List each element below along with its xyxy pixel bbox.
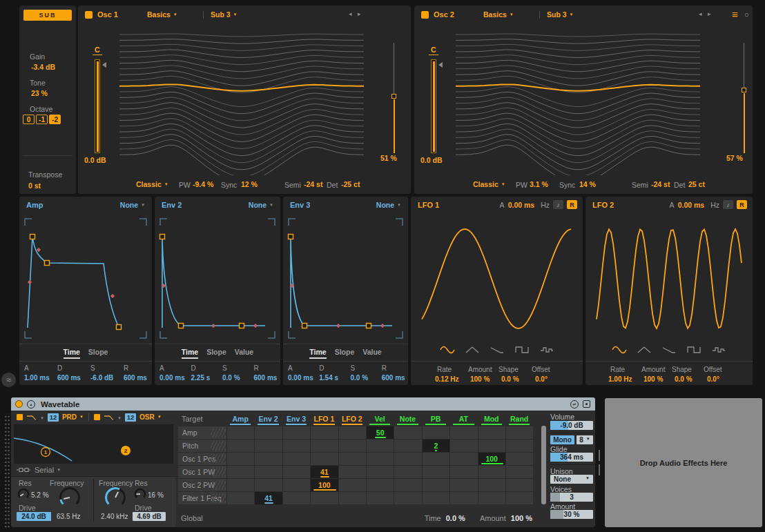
matrix-cell[interactable] — [506, 479, 534, 492]
env3-display[interactable] — [283, 213, 408, 344]
osc1-pw-value[interactable]: -9.4 % — [193, 180, 213, 188]
lfo1-amount-value[interactable]: 100 % — [470, 375, 490, 383]
matrix-cell[interactable] — [506, 466, 534, 479]
sub-toggle-button[interactable]: SUB — [23, 10, 72, 21]
amp-r-value[interactable]: 600 ms — [124, 374, 152, 382]
wavetable-circle-view-icon[interactable]: ○ — [744, 10, 749, 19]
matrix-cell[interactable] — [311, 492, 338, 505]
matrix-cell[interactable] — [339, 466, 367, 479]
osc2-prev-table-arrow[interactable]: ◂ — [699, 10, 702, 17]
filter-response-display[interactable]: 1 2 — [14, 424, 173, 464]
env3-a-value[interactable]: 0.00 ms — [288, 374, 314, 382]
filter1-res-knob[interactable] — [17, 487, 30, 501]
osc1-position-slider[interactable] — [391, 43, 397, 151]
env2-display[interactable] — [155, 213, 280, 344]
filter2-slope-toggle[interactable]: 12 — [125, 413, 136, 422]
amp-d-value[interactable]: 600 ms — [57, 374, 86, 382]
osc2-det-value[interactable]: 25 ct — [688, 180, 705, 188]
matrix-cell[interactable] — [255, 466, 282, 479]
filter2-circuit-dropdown[interactable]: OSR — [139, 413, 162, 421]
lfo2-amount-value[interactable]: 100 % — [643, 375, 663, 383]
filter2-res-value[interactable]: 16 % — [148, 491, 164, 499]
matrix-cell[interactable] — [367, 466, 394, 479]
osc2-category-dropdown[interactable]: Basics — [483, 10, 514, 19]
wavetable-stack-view-icon[interactable]: ≡ — [732, 8, 738, 20]
osc1-category-dropdown[interactable]: Basics — [147, 10, 177, 19]
env3-r-value[interactable]: 600 ms — [382, 374, 408, 382]
filter1-res-value[interactable]: 5.2 % — [31, 491, 49, 499]
osc2-semi-value[interactable]: -24 st — [651, 180, 670, 188]
matrix-cell[interactable] — [450, 479, 478, 492]
lfo-shape-sine-icon[interactable] — [438, 345, 456, 355]
osc1-wavetable-dropdown[interactable]: Sub 3 — [211, 10, 238, 19]
tab-value[interactable]: Value — [235, 348, 253, 356]
osc1-position-value[interactable]: 51 % — [380, 154, 397, 162]
gain-value[interactable]: -3.4 dB — [31, 63, 55, 71]
filter1-type-dropdown[interactable] — [26, 411, 44, 424]
osc2-gain-fader[interactable] — [431, 59, 436, 153]
matrix-cell[interactable] — [506, 426, 534, 440]
osc1-wavetable-display[interactable] — [119, 25, 364, 175]
unison-mode-dropdown[interactable]: None — [550, 475, 593, 484]
lfo-shape-saw-icon[interactable] — [488, 345, 506, 355]
matrix-cell[interactable] — [311, 440, 338, 453]
matrix-cell[interactable] — [283, 426, 311, 440]
lfo-shape-random-icon[interactable] — [710, 345, 728, 355]
matrix-cell[interactable] — [367, 492, 394, 505]
matrix-cell[interactable]: 2 — [423, 440, 450, 453]
env2-s-value[interactable]: 0.0 % — [222, 374, 249, 382]
filter1-freq-knob[interactable] — [58, 486, 81, 509]
audio-effects-drop-zone[interactable]: Drop Audio Effects Here — [605, 398, 762, 527]
chain-resize-handle[interactable] — [599, 450, 601, 476]
device-drag-strip[interactable] — [3, 413, 10, 528]
save-preset-icon[interactable] — [583, 400, 590, 408]
env3-mod-dropdown[interactable]: None — [376, 201, 401, 209]
osc2-wavetable-display[interactable] — [456, 25, 700, 175]
matrix-cell[interactable] — [283, 440, 311, 453]
osc1-gain-value[interactable]: 0.0 dB — [84, 156, 106, 164]
matrix-cell[interactable] — [339, 440, 367, 453]
filter1-slope-toggle[interactable]: 12 — [48, 413, 59, 422]
matrix-cell[interactable] — [311, 453, 338, 466]
matrix-cell[interactable] — [367, 440, 394, 453]
matrix-cell[interactable] — [227, 492, 255, 505]
lfo-shape-saw-icon[interactable] — [660, 345, 678, 355]
lfo-shape-random-icon[interactable] — [538, 345, 556, 355]
matrix-cell[interactable] — [283, 492, 311, 505]
osc2-position-slider[interactable] — [741, 43, 747, 151]
osc1-semi-value[interactable]: -24 st — [304, 180, 322, 188]
matrix-cell[interactable] — [339, 453, 367, 466]
filter-routing-selector[interactable]: Serial — [17, 466, 61, 474]
matrix-cell[interactable] — [423, 492, 450, 505]
osc1-det-value[interactable]: -25 ct — [341, 180, 360, 188]
voices-value-box[interactable]: 3 — [550, 493, 593, 502]
matrix-scrollbar[interactable] — [541, 426, 546, 504]
mono-toggle-button[interactable]: Mono — [550, 435, 574, 444]
glide-value-box[interactable]: 364 ms — [550, 453, 593, 462]
lfo2-hz-toggle[interactable]: Hz — [710, 201, 719, 209]
env2-d-value[interactable]: 2.25 s — [191, 374, 218, 382]
mono-voice-count-dropdown[interactable]: 8 — [577, 435, 593, 444]
filter2-enable-led[interactable] — [94, 414, 100, 420]
matrix-cell[interactable] — [450, 492, 478, 505]
lfo1-attack-value[interactable]: 0.00 ms — [508, 201, 535, 209]
lfo2-retrigger-button[interactable]: R — [737, 200, 747, 209]
device-fold-button[interactable]: ▲ — [27, 400, 35, 408]
matrix-cell[interactable] — [394, 479, 422, 492]
hot-swap-instrument-icon[interactable]: ≈ — [1, 373, 16, 387]
matrix-cell[interactable] — [255, 479, 282, 492]
matrix-cell[interactable] — [423, 479, 450, 492]
osc2-gain-value[interactable]: 0.0 dB — [420, 156, 443, 164]
matrix-cell[interactable] — [478, 492, 506, 505]
filter2-type-dropdown[interactable] — [104, 411, 122, 424]
matrix-cell[interactable] — [227, 426, 255, 440]
filter2-res-knob[interactable] — [133, 487, 147, 501]
filter2-freq-value[interactable]: 2.40 kHz — [101, 513, 128, 520]
filter2-freq-knob[interactable] — [104, 486, 127, 509]
osc1-mode-dropdown[interactable]: Classic — [136, 180, 168, 188]
matrix-cell[interactable] — [339, 426, 367, 440]
matrix-cell[interactable] — [478, 426, 506, 440]
amp-env-mod-dropdown[interactable]: None — [120, 201, 145, 209]
matrix-cell[interactable] — [283, 479, 311, 492]
lfo2-shape-value[interactable]: 0.0 % — [675, 375, 693, 383]
